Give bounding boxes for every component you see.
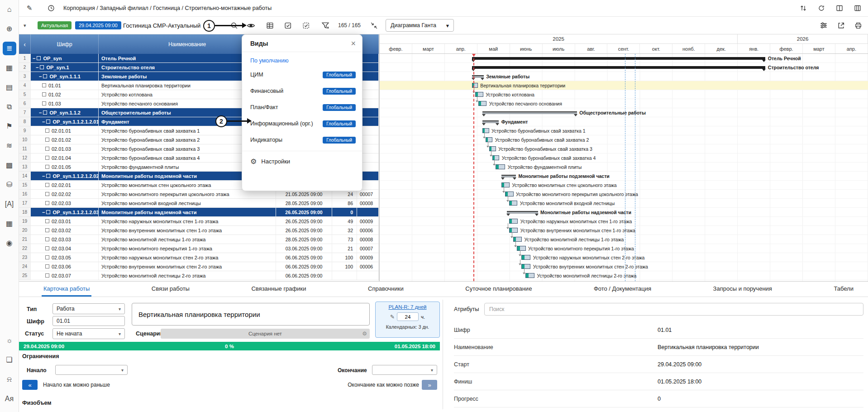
gantt-row[interactable]: Земляные работы xyxy=(380,72,868,81)
gear-icon[interactable]: ⚙ xyxy=(362,331,367,337)
row-checkbox[interactable] xyxy=(43,110,47,115)
columns-panel-icon[interactable] xyxy=(852,2,863,14)
column-header-code[interactable]: Шифр xyxy=(31,34,99,54)
views-item[interactable]: ФинансовыйГлобальный xyxy=(242,83,362,99)
home-icon[interactable]: ⌂ xyxy=(3,3,16,16)
gantt-row[interactable]: Монолитные работы подземной части xyxy=(380,172,868,181)
levels-icon[interactable]: ≋ xyxy=(3,139,16,153)
row-checkbox[interactable] xyxy=(45,255,49,259)
row-checkbox[interactable] xyxy=(45,156,49,160)
gantt-bar-task[interactable] xyxy=(509,201,517,206)
row-checkbox[interactable] xyxy=(45,201,49,205)
table-row[interactable]: 2302.03.05Устройство наружных монолитных… xyxy=(19,253,379,262)
collapse-toggle-icon[interactable]: − xyxy=(39,110,42,115)
gantt-bar-task[interactable] xyxy=(501,182,510,187)
gantt-bar-task[interactable] xyxy=(517,246,525,251)
gantt-row[interactable]: Отель Речной xyxy=(380,54,868,63)
row-checkbox[interactable] xyxy=(46,174,50,178)
tab-1[interactable]: Карточка работы xyxy=(42,282,91,297)
schedule-dropdown-caret[interactable]: ▾ xyxy=(24,23,26,29)
database-icon[interactable]: ⛁ xyxy=(3,178,16,192)
row-checkbox[interactable] xyxy=(45,129,49,133)
export-icon[interactable] xyxy=(835,20,846,31)
gantt-row[interactable]: Устройство монолитного перекрытия 1-го э… xyxy=(380,244,868,253)
calendar-icon[interactable]: ▦ xyxy=(3,217,16,230)
dashboard-icon[interactable]: ▩ xyxy=(3,158,16,172)
views-item[interactable]: Информационный (орг.)Глобальный xyxy=(242,115,362,132)
row-checkbox[interactable] xyxy=(45,273,49,278)
eye-sidebar-icon[interactable]: ◉ xyxy=(3,236,16,250)
row-checkbox[interactable] xyxy=(45,219,49,223)
gantt-bar-task[interactable] xyxy=(509,228,518,233)
bell-icon[interactable]: ⍾ xyxy=(3,373,16,386)
type-select[interactable]: Работа▾ xyxy=(52,303,125,314)
checkbox-multi-icon[interactable] xyxy=(300,20,311,31)
gantt-row[interactable]: Устройство монолитного перекрытия цоколь… xyxy=(380,190,868,199)
row-checkbox[interactable] xyxy=(45,192,49,196)
refresh-icon[interactable] xyxy=(816,2,827,14)
row-checkbox[interactable] xyxy=(37,56,41,60)
collapse-table-header[interactable]: ‹ xyxy=(19,34,31,54)
code-field[interactable]: 01.01 xyxy=(52,316,125,326)
gantt-bar-project[interactable] xyxy=(472,57,765,60)
flag-icon[interactable]: ⚑ xyxy=(3,120,16,133)
row-checkbox[interactable] xyxy=(42,101,46,105)
collapse-diagonal-icon[interactable] xyxy=(368,20,379,31)
tab-6[interactable]: Фото / Документация xyxy=(592,282,653,297)
gantt-bar-task[interactable] xyxy=(525,273,535,278)
views-settings-item[interactable]: ⚙ Настройки xyxy=(242,151,362,171)
structure-icon[interactable]: ▦ xyxy=(3,61,16,75)
filter-icon[interactable] xyxy=(320,20,331,31)
gantt-row[interactable]: Устройство буронабивных свай захватка 3 xyxy=(380,144,868,153)
collapse-toggle-icon[interactable]: − xyxy=(36,65,38,70)
gantt-row[interactable]: Устройство буронабивных свай захватка 2 xyxy=(380,135,868,144)
alap-button[interactable]: » xyxy=(422,380,437,390)
table-view-icon[interactable] xyxy=(264,20,275,31)
gantt-bar-project[interactable] xyxy=(472,66,765,69)
collapse-table-icon[interactable]: ‹ xyxy=(24,41,26,48)
views-item[interactable]: ИндикаторыГлобальный xyxy=(242,132,362,148)
attributes-search-input[interactable] xyxy=(484,303,863,316)
collapse-toggle-icon[interactable]: − xyxy=(42,119,45,125)
gantt-bar-task[interactable] xyxy=(496,164,506,169)
brightness-icon[interactable]: ☼ xyxy=(3,334,16,347)
gantt-row[interactable]: Устройство внутренних монолитных стен 1-… xyxy=(380,226,868,235)
row-checkbox[interactable] xyxy=(45,228,49,232)
gantt-row[interactable]: Устройство внутренних монолитных стен 2-… xyxy=(380,262,868,271)
gantt-bar-task[interactable] xyxy=(521,264,531,269)
collapse-toggle-icon[interactable]: − xyxy=(33,56,35,61)
scenario-field[interactable]: Сценария нет ⚙ xyxy=(161,329,370,339)
sort-arrows-icon[interactable] xyxy=(797,2,809,14)
gantt-bar-task[interactable] xyxy=(486,137,492,142)
constraint-start-select[interactable]: ▾ xyxy=(55,365,128,375)
globe-icon[interactable]: ⊕ xyxy=(3,22,16,36)
gantt-bar-task[interactable] xyxy=(489,146,496,151)
checkbox-select-icon[interactable] xyxy=(282,20,293,31)
view-mode-select[interactable]: Диаграмма Ганта ▾ xyxy=(386,19,454,32)
views-item[interactable]: План/ФактГлобальный xyxy=(242,99,362,115)
gantt-row[interactable]: Вертикальная планировка территории xyxy=(380,81,868,90)
gantt-bar-task[interactable] xyxy=(513,237,522,242)
table-row[interactable]: 2002.03.02Устройство внутренних монолитн… xyxy=(19,226,379,235)
row-checkbox[interactable] xyxy=(42,92,46,96)
table-row[interactable]: 2502.03.07Устройство монолитной лестницы… xyxy=(19,271,379,280)
schedule-icon[interactable]: ≣ xyxy=(3,42,16,55)
tab-8[interactable]: Табели xyxy=(832,282,855,297)
tab-5[interactable]: Суточное планирование xyxy=(463,282,534,297)
views-default-link[interactable]: По умолчанию xyxy=(242,52,362,67)
planr-hours-input[interactable] xyxy=(397,312,419,321)
edit-icon[interactable]: ✎ xyxy=(24,2,35,14)
status-select[interactable]: Не начата▾ xyxy=(52,328,125,339)
gantt-row[interactable]: Строительство отеля xyxy=(380,63,868,72)
gantt-row[interactable]: Фундамент xyxy=(380,117,868,126)
chart-icon[interactable]: ▤ xyxy=(3,81,16,94)
gantt-row[interactable]: Устройство песчаного основания xyxy=(380,99,868,108)
gantt-bar-task[interactable] xyxy=(478,101,486,106)
translate-icon[interactable]: Ая xyxy=(3,392,16,406)
gantt-row[interactable]: Устройство монолитных стен цокольного эт… xyxy=(380,181,868,190)
tab-2[interactable]: Связи работы xyxy=(150,282,191,297)
tab-4[interactable]: Справочники xyxy=(366,282,405,297)
row-checkbox[interactable] xyxy=(45,183,49,187)
constraint-end-select[interactable]: ▾ xyxy=(372,365,437,375)
gantt-bar-summary[interactable] xyxy=(482,120,499,123)
